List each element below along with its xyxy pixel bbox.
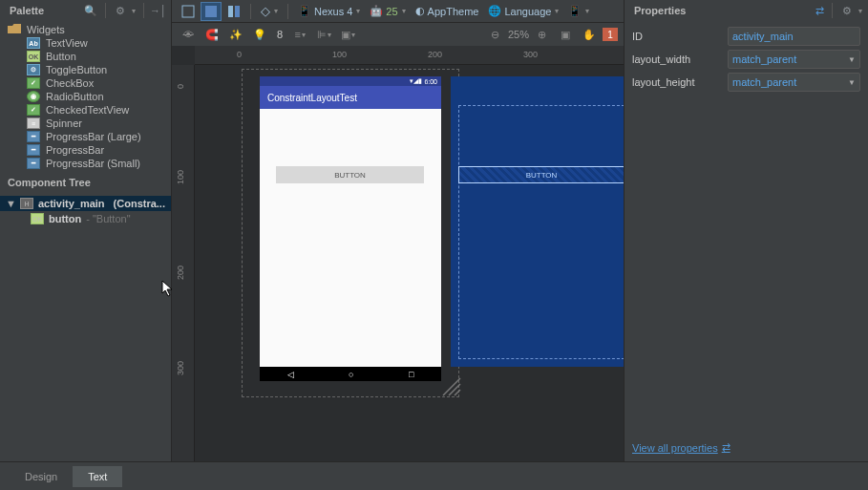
language-dropdown[interactable]: 🌐Language▾ xyxy=(484,2,562,21)
default-margin-value[interactable]: 8 xyxy=(273,29,286,40)
widgets-folder[interactable]: Widgets xyxy=(0,23,171,36)
design-preview[interactable]: ▾◢▮6:00 ConstraintLayoutTest BUTTON ◁○□ xyxy=(260,76,441,381)
ruler-tick: 0 xyxy=(237,50,242,59)
widget-label: CheckedTextView xyxy=(46,104,129,116)
button-tree-icon: OK xyxy=(31,213,44,224)
property-label: layout_width xyxy=(632,53,728,65)
pan-button[interactable]: ✋ xyxy=(579,25,600,44)
pack-dropdown[interactable]: ▣▾ xyxy=(337,25,358,44)
autoconnect-toggle[interactable]: 🧲 xyxy=(201,25,222,44)
blueprint-button-widget[interactable]: BUTTON xyxy=(458,166,624,183)
fit-screen-button[interactable]: ▣ xyxy=(555,25,576,44)
ruler-tick: 100 xyxy=(176,170,185,184)
phone-nav-bar: ◁○□ xyxy=(260,367,441,381)
property-value-layout-height[interactable]: match_parent▼ xyxy=(728,73,860,92)
swap-panel-icon[interactable]: ⇄ xyxy=(815,5,824,17)
widget-textview[interactable]: AbTextView xyxy=(0,36,171,50)
zoom-in-button[interactable]: ⊕ xyxy=(531,25,552,44)
gear-icon[interactable]: ⚙ xyxy=(840,4,854,17)
palette-title: Palette xyxy=(10,5,44,16)
widget-button[interactable]: OKButton xyxy=(0,50,171,63)
svg-rect-3 xyxy=(235,6,240,17)
tab-design[interactable]: Design xyxy=(10,466,73,487)
component-tree-child-button[interactable]: OK button - "Button" xyxy=(0,211,171,226)
radio-icon: ◉ xyxy=(27,91,40,102)
button-icon: OK xyxy=(27,51,40,62)
widget-radiobutton[interactable]: ◉RadioButton xyxy=(0,90,171,103)
infer-constraints-button[interactable]: 💡 xyxy=(249,25,270,44)
widgets-folder-label: Widgets xyxy=(27,24,65,35)
widget-progressbar[interactable]: ━ProgressBar xyxy=(0,143,171,157)
theme-dropdown[interactable]: ◐AppTheme xyxy=(412,2,483,21)
search-icon[interactable]: 🔍 xyxy=(84,4,97,17)
widget-label: ToggleButton xyxy=(46,64,107,75)
gear-icon[interactable]: ⚙ xyxy=(114,4,127,17)
component-tree-title: Component Tree xyxy=(8,177,91,188)
widget-label: ProgressBar xyxy=(46,144,104,156)
widget-checkbox[interactable]: ✓CheckBox xyxy=(0,76,171,90)
property-value-layout-width[interactable]: match_parent▼ xyxy=(728,50,860,69)
orientation-dropdown[interactable]: ◇▾ xyxy=(257,2,282,21)
language-label: Language xyxy=(504,6,551,17)
variant-dropdown[interactable]: 📱▾ xyxy=(564,2,593,21)
progressbar-small-icon: ━ xyxy=(27,158,40,169)
property-row-layout-height: layout_height match_parent▼ xyxy=(632,73,860,92)
property-row-id: ID activity_main xyxy=(632,27,860,46)
device-dropdown[interactable]: 📱Nexus 4▾ xyxy=(294,2,364,21)
phone-status-bar: ▾◢▮6:00 xyxy=(260,76,441,86)
nav-recent-icon: □ xyxy=(409,370,413,379)
view-all-properties-link[interactable]: View all properties ⇄ xyxy=(625,436,738,459)
warning-badge[interactable]: 1 xyxy=(603,28,618,41)
blueprint-toggle[interactable] xyxy=(201,2,222,21)
bottom-tabs: Design Text xyxy=(0,461,868,490)
ruler-tick: 300 xyxy=(176,361,185,375)
align-dropdown[interactable]: ⊫▾ xyxy=(313,25,334,44)
property-value-text: activity_main xyxy=(732,31,794,42)
svg-rect-0 xyxy=(182,6,194,17)
folder-icon xyxy=(8,24,21,35)
properties-header: Properties ⇄ ⚙▾ xyxy=(625,0,868,21)
phone-app-bar: ConstraintLayoutTest xyxy=(260,86,441,109)
appbar-title: ConstraintLayoutTest xyxy=(267,93,357,103)
collapse-icon[interactable]: →│ xyxy=(152,4,165,17)
property-value-text: match_parent xyxy=(732,76,796,88)
both-views-toggle[interactable] xyxy=(223,2,244,21)
widget-progressbar-small[interactable]: ━ProgressBar (Small) xyxy=(0,157,171,170)
widget-togglebutton[interactable]: ⊙ToggleButton xyxy=(0,63,171,76)
ruler-tick: 0 xyxy=(176,84,185,89)
ruler-tick: 100 xyxy=(332,50,347,59)
tab-text[interactable]: Text xyxy=(73,466,122,487)
tree-root-label: activity_main xyxy=(38,198,105,209)
widget-label: Button xyxy=(46,51,76,62)
view-options-toggle[interactable] xyxy=(178,2,199,21)
preview-button-widget[interactable]: BUTTON xyxy=(276,166,424,183)
margin-dropdown[interactable]: ≡▾ xyxy=(289,25,310,44)
progressbar-large-icon: ━ xyxy=(27,131,40,142)
view-all-label: View all properties xyxy=(632,442,718,454)
design-toolbar-second: 👁 🧲 ✨ 💡 8 ≡▾ ⊫▾ ▣▾ ⊖ 25% ⊕ ▣ ✋ xyxy=(172,23,624,46)
design-toolbar-top: ◇▾ 📱Nexus 4▾ 🤖25▾ ◐AppTheme 🌐Language▾ 📱… xyxy=(172,0,624,23)
clear-constraints-button[interactable]: ✨ xyxy=(225,25,246,44)
palette-header: Palette 🔍 ⚙ ▾ →│ xyxy=(0,0,171,21)
ruler-tick: 200 xyxy=(176,266,185,280)
property-row-layout-width: layout_width match_parent▼ xyxy=(632,50,860,69)
checkbox-icon: ✓ xyxy=(27,77,40,89)
zoom-out-button[interactable]: ⊖ xyxy=(485,25,506,44)
textview-icon: Ab xyxy=(27,37,40,49)
vertical-ruler: 0 100 200 300 xyxy=(172,65,195,461)
widget-checkedtextview[interactable]: ✓CheckedTextView xyxy=(0,103,171,117)
widget-progressbar-large[interactable]: ━ProgressBar (Large) xyxy=(0,130,171,143)
svg-rect-2 xyxy=(228,6,233,17)
svg-rect-1 xyxy=(205,6,217,17)
widget-label: ProgressBar (Large) xyxy=(46,131,141,142)
expand-arrow-icon[interactable]: ▼ xyxy=(6,198,15,209)
widget-spinner[interactable]: ≡Spinner xyxy=(0,117,171,130)
design-canvas: 0 100 200 300 0 100 200 300 ▾◢▮6:00 Cons… xyxy=(172,46,624,461)
resize-handle-icon[interactable] xyxy=(441,376,462,397)
api-dropdown[interactable]: 🤖25▾ xyxy=(366,2,409,21)
property-value-id[interactable]: activity_main xyxy=(728,27,860,46)
properties-title: Properties xyxy=(634,5,686,16)
blueprint-preview[interactable]: BUTTON xyxy=(451,76,624,367)
hide-constraints-toggle[interactable]: 👁 xyxy=(178,25,199,44)
component-tree-root[interactable]: ▼ H activity_main (Constra... xyxy=(0,196,171,211)
